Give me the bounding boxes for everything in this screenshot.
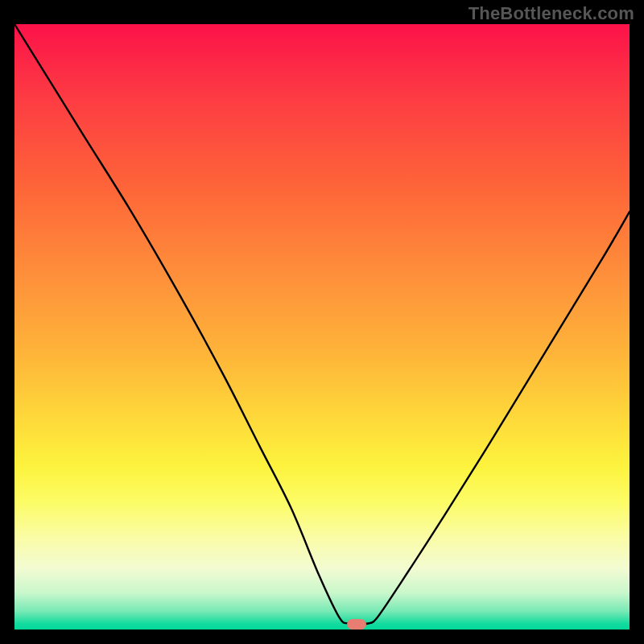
curve-layer bbox=[14, 24, 630, 630]
chart-container: TheBottleneck.com bbox=[0, 0, 644, 644]
plot-area bbox=[14, 24, 630, 630]
watermark-text: TheBottleneck.com bbox=[469, 3, 634, 24]
bottleneck-curve bbox=[14, 24, 630, 624]
optimal-point-marker bbox=[347, 619, 366, 630]
